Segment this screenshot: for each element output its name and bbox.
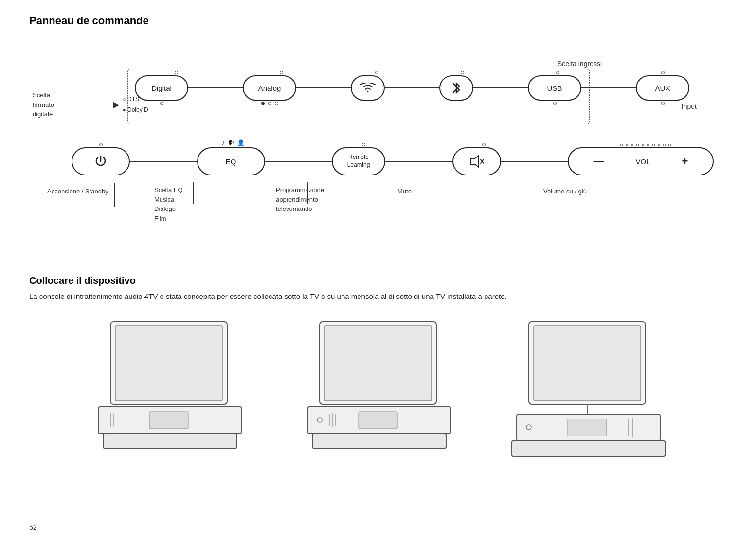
dot-wifi	[375, 71, 378, 74]
dot-bt	[461, 71, 464, 74]
dot-digital-below	[160, 102, 163, 105]
connector-line-4	[473, 87, 528, 88]
section2-text: La console di intrattenimento audio 4TV …	[29, 291, 727, 302]
muto-conn-line	[410, 182, 410, 204]
remote-learning-text: RemoteLearning	[347, 154, 370, 169]
vol-dot-2	[626, 144, 628, 146]
dot-analog-below2	[268, 102, 271, 105]
vol-dot-8	[658, 144, 660, 146]
scelta-formato-label: Sceltaformatodigitale	[33, 90, 54, 119]
svg-marker-0	[471, 156, 479, 167]
power-button[interactable]	[72, 147, 130, 175]
wifi-icon	[360, 83, 376, 93]
svg-rect-27	[568, 419, 607, 436]
volume-button[interactable]: — VOL +	[568, 147, 714, 175]
vol-dot-10	[668, 144, 671, 146]
connector-line-3	[385, 87, 439, 88]
top-input-row: Digital Analog	[135, 71, 689, 105]
scelta-ingressi-label: Scelta ingressi	[558, 60, 602, 68]
dot-analog-below1	[261, 102, 265, 105]
remote-learning-button[interactable]: RemoteLearning	[332, 147, 385, 175]
aux-button[interactable]: AUX	[636, 75, 689, 101]
volume-label: Volume su / giù	[543, 188, 587, 195]
svg-rect-28	[512, 441, 665, 456]
svg-rect-10	[103, 434, 237, 448]
analog-button[interactable]: Analog	[243, 75, 296, 101]
power-icon	[94, 155, 108, 168]
vol-dot-3	[631, 144, 633, 146]
vol-dot-4	[636, 144, 639, 146]
eq-icon-talk: 🗣	[228, 139, 234, 146]
digital-button[interactable]: Digital	[135, 75, 188, 101]
vol-dot-7	[652, 144, 655, 146]
bottom-line-1	[130, 161, 197, 162]
svg-rect-12	[324, 326, 432, 401]
svg-rect-18	[359, 412, 397, 429]
eq-button[interactable]: EQ	[197, 147, 265, 175]
dot-analog-below3	[275, 102, 278, 105]
bottom-line-2	[265, 161, 332, 162]
tv-illustration-1	[84, 317, 254, 463]
section-collocare: Collocare il dispositivo La console di i…	[29, 275, 727, 463]
vol-dot-6	[647, 144, 649, 146]
bottom-line-4	[501, 161, 568, 162]
wifi-button[interactable]	[351, 75, 385, 101]
tv-illustrations	[29, 317, 727, 463]
svg-rect-4	[115, 326, 222, 401]
connector-line-1	[188, 87, 243, 88]
svg-rect-21	[534, 326, 641, 401]
section2-title: Collocare il dispositivo	[29, 275, 727, 286]
input-label: Input	[682, 103, 697, 110]
dot-usb-below	[553, 102, 557, 105]
mute-button[interactable]	[452, 147, 501, 175]
bluetooth-button[interactable]	[439, 75, 473, 101]
eq-icon-music: ♪	[222, 139, 225, 146]
vol-conn-line	[568, 182, 568, 204]
tv-illustration-2	[293, 317, 463, 463]
bottom-line-3	[385, 161, 452, 162]
svg-rect-19	[312, 434, 446, 448]
svg-rect-9	[149, 412, 188, 429]
bottom-control-row: ♪ 🗣 👤	[72, 139, 714, 175]
vol-dot-9	[663, 144, 666, 146]
accensione-label: Accensione / Standby	[47, 188, 108, 195]
dot-usb	[556, 71, 559, 74]
dot-aux	[661, 71, 665, 74]
vol-dot-1	[620, 144, 623, 146]
dot-digital	[175, 71, 178, 74]
bluetooth-icon	[451, 80, 462, 96]
acc-conn-line	[114, 183, 115, 207]
programmazione-label: Programmazioneapprendimentotelecomando	[276, 185, 324, 214]
connector-line-2	[296, 87, 351, 88]
eq-icon-person: 👤	[237, 139, 245, 146]
scelta-formato-arrow: ▶	[113, 99, 120, 110]
dot-remote	[362, 143, 365, 146]
dot-mute	[482, 143, 486, 146]
vol-minus[interactable]: —	[594, 155, 604, 168]
dot-analog	[280, 71, 283, 74]
vol-dot-5	[642, 144, 644, 146]
vol-plus[interactable]: +	[682, 155, 688, 168]
tv-illustration-3	[502, 317, 672, 463]
usb-button[interactable]: USB	[528, 75, 581, 101]
dolby-label: ● Dolby D	[123, 105, 148, 116]
dot-power	[99, 143, 103, 146]
control-panel-diagram: Scelta ingressi Sceltaformatodigitale ▶ …	[33, 42, 723, 265]
scelta-eq-label: Scelta EQMusicaDialogoFilm	[154, 185, 183, 223]
connector-line-5	[581, 87, 636, 88]
dot-aux-below	[661, 102, 665, 105]
mute-icon	[469, 155, 485, 168]
page-number: 52	[29, 524, 37, 531]
prog-conn-line	[307, 182, 308, 204]
page-title: Panneau de commande	[29, 15, 727, 27]
vol-label: VOL	[636, 157, 650, 166]
eq-conn-line	[193, 182, 194, 204]
